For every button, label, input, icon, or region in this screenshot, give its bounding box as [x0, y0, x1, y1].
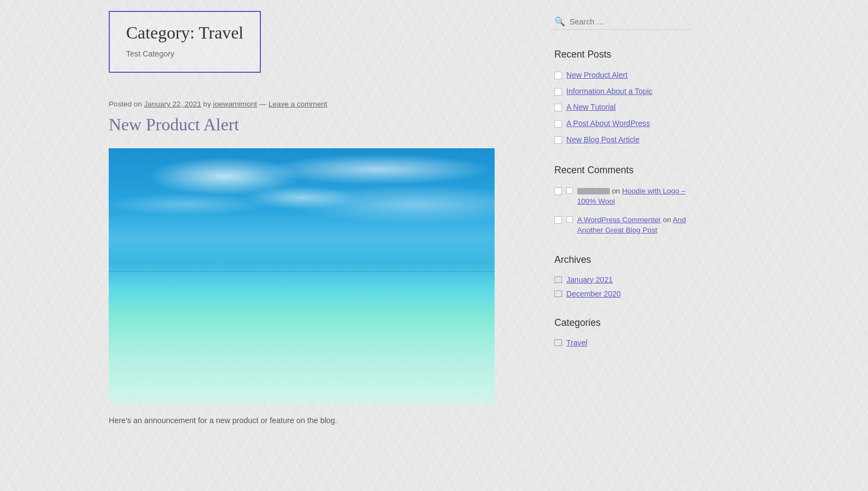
- recent-posts-section: Recent Posts New Product Alert Informati…: [554, 49, 690, 146]
- archives-title: Archives: [554, 254, 690, 266]
- post-author-link[interactable]: joewarnimont: [213, 100, 257, 108]
- category-subtitle: Test Category: [126, 49, 243, 58]
- main-content: Category: Travel Test Category Posted on…: [109, 11, 522, 427]
- recent-comments-title: Recent Comments: [554, 165, 690, 176]
- comment-item-2: A WordPress Commenter on And Another Gre…: [554, 215, 690, 235]
- post-meta: Posted on January 22, 2021 by joewarnimo…: [109, 100, 522, 108]
- list-item: New Blog Post Article: [554, 135, 690, 146]
- post-title: New Product Alert: [109, 115, 522, 135]
- recent-post-link-5[interactable]: New Blog Post Article: [566, 135, 640, 146]
- on-label-2: on: [663, 216, 673, 224]
- archive-icon-1: [554, 276, 562, 283]
- page-wrapper: Category: Travel Test Category Posted on…: [0, 0, 868, 449]
- list-item: A New Tutorial: [554, 102, 690, 113]
- category-item-1: Travel: [554, 338, 690, 347]
- archive-link-2[interactable]: December 2020: [566, 289, 621, 298]
- redacted-author: [577, 188, 610, 194]
- comment-text-2: A WordPress Commenter on And Another Gre…: [577, 215, 690, 235]
- list-item: A Post About WordPress: [554, 118, 690, 129]
- list-item: Information About a Topic: [554, 86, 690, 97]
- recent-post-link-1[interactable]: New Product Alert: [566, 70, 628, 81]
- category-header: Category: Travel Test Category: [109, 11, 261, 73]
- categories-section: Categories Travel: [554, 317, 690, 347]
- recent-comments-section: Recent Comments on Hoodie with Logo – 10…: [554, 165, 690, 235]
- archives-section: Archives January 2021 December 2020: [554, 254, 690, 298]
- category-title: Category: Travel: [126, 23, 243, 43]
- ocean-photo: [109, 148, 495, 404]
- recent-posts-title: Recent Posts: [554, 49, 690, 60]
- search-icon: 🔍: [554, 16, 565, 27]
- recent-posts-list: New Product Alert Information About a To…: [554, 70, 690, 146]
- post-excerpt: Here's an announcement for a new product…: [109, 414, 522, 427]
- search-box: 🔍: [554, 16, 690, 30]
- sidebar: 🔍 Recent Posts New Product Alert Informa…: [554, 11, 690, 427]
- comment-icon-1: [566, 187, 573, 194]
- archive-icon-2: [554, 291, 562, 297]
- post-featured-image: [109, 148, 495, 404]
- comment-author-link-2[interactable]: A WordPress Commenter: [577, 216, 661, 224]
- comment-item-1: on Hoodie with Logo – 100% Wool: [554, 186, 690, 206]
- archive-link-1[interactable]: January 2021: [566, 275, 613, 284]
- list-item: New Product Alert: [554, 70, 690, 81]
- comment-icon-2: [566, 216, 573, 223]
- leave-comment-link[interactable]: Leave a comment: [268, 100, 327, 108]
- recent-post-link-2[interactable]: Information About a Topic: [566, 86, 653, 97]
- archive-item-1: January 2021: [554, 275, 690, 284]
- category-icon-1: [554, 339, 562, 346]
- recent-post-link-4[interactable]: A Post About WordPress: [566, 118, 650, 129]
- category-link-1[interactable]: Travel: [566, 338, 588, 347]
- on-label-1: on: [612, 187, 622, 195]
- content-area: Category: Travel Test Category Posted on…: [0, 0, 868, 449]
- comment-text-1: on Hoodie with Logo – 100% Wool: [577, 186, 690, 206]
- categories-title: Categories: [554, 317, 690, 329]
- archive-item-2: December 2020: [554, 289, 690, 298]
- recent-post-link-3[interactable]: A New Tutorial: [566, 102, 616, 113]
- search-input[interactable]: [570, 17, 690, 26]
- post-date-link[interactable]: January 22, 2021: [144, 100, 201, 108]
